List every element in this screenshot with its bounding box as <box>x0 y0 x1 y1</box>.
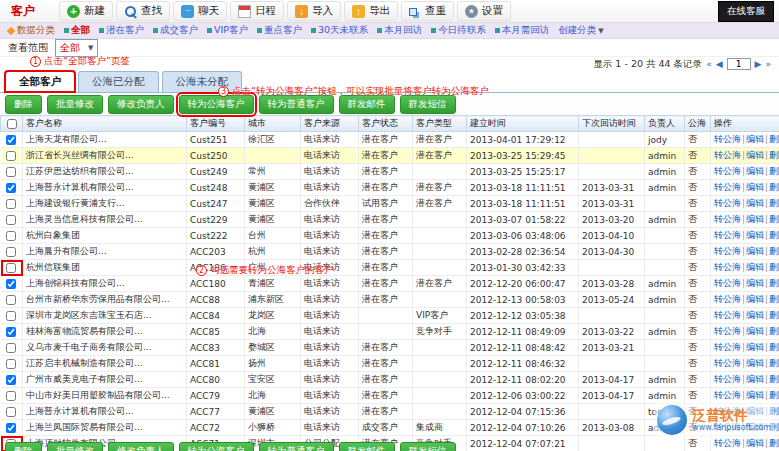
tab[interactable]: 公海已分配 <box>78 71 159 92</box>
customer-name-link[interactable]: 上海普永计算机有限公司... <box>23 180 187 196</box>
customer-name-link[interactable]: 中山市好美日用塑胶制品有限公司... <box>23 388 187 404</box>
op-delete-link[interactable]: 删除 <box>769 390 779 400</box>
export-button[interactable]: 导出 <box>344 1 398 21</box>
row-checkbox-cell[interactable] <box>1 244 23 260</box>
prev-page-button[interactable]: ◀ <box>716 60 723 69</box>
row-checkbox-cell[interactable] <box>1 340 23 356</box>
range-select[interactable]: 全部 ▼ <box>55 39 98 57</box>
customer-name-link[interactable]: 上海天龙有限公司... <box>23 132 187 148</box>
action-button[interactable]: 删除 <box>5 442 42 451</box>
row-checkbox[interactable] <box>6 343 16 353</box>
filter-link[interactable]: 潜在客户 <box>99 24 144 37</box>
customer-name-link[interactable]: 上海灵当信息科技有限公司... <box>23 212 187 228</box>
customer-name-link[interactable]: 台州市新桥华东劳保用品有限公司... <box>23 292 187 308</box>
customer-name-link[interactable]: 上海创锦科技有限公司... <box>23 276 187 292</box>
row-checkbox-cell[interactable] <box>1 356 23 372</box>
op-to-public-link[interactable]: 转公海 <box>714 358 741 368</box>
op-delete-link[interactable]: 删除 <box>769 358 779 368</box>
filter-link[interactable]: 本月需回访 <box>495 24 550 37</box>
row-checkbox-cell[interactable] <box>1 164 23 180</box>
row-checkbox[interactable] <box>6 423 16 433</box>
row-checkbox-cell[interactable] <box>1 372 23 388</box>
op-to-public-link[interactable]: 转公海 <box>714 150 741 160</box>
row-checkbox-cell[interactable] <box>1 388 23 404</box>
op-delete-link[interactable]: 删除 <box>769 342 779 352</box>
settings-button[interactable]: 设置 <box>457 1 511 21</box>
op-edit-link[interactable]: 编辑 <box>746 342 764 352</box>
op-edit-link[interactable]: 编辑 <box>746 182 764 192</box>
op-edit-link[interactable]: 编辑 <box>746 278 764 288</box>
op-delete-link[interactable]: 删除 <box>769 150 779 160</box>
op-delete-link[interactable]: 删除 <box>769 278 779 288</box>
op-edit-link[interactable]: 编辑 <box>746 150 764 160</box>
next-page-button[interactable]: ▶ <box>755 60 762 69</box>
action-button[interactable]: 群发邮件 <box>339 442 395 451</box>
customer-name-link[interactable]: 义乌市麦千电子商务有限公司... <box>23 340 187 356</box>
op-edit-link[interactable]: 编辑 <box>746 262 764 272</box>
row-checkbox-cell[interactable] <box>1 324 23 340</box>
filter-link[interactable]: 全部 <box>64 24 90 37</box>
row-checkbox[interactable] <box>6 199 16 209</box>
op-to-public-link[interactable]: 转公海 <box>714 294 741 304</box>
op-edit-link[interactable]: 编辑 <box>746 326 764 336</box>
op-to-public-link[interactable]: 转公海 <box>714 214 741 224</box>
row-checkbox-cell[interactable] <box>1 260 23 276</box>
row-checkbox[interactable] <box>6 135 16 145</box>
dupcheck-button[interactable]: 查重 <box>401 1 454 21</box>
action-button[interactable]: 转为普通客户 <box>259 442 334 451</box>
op-delete-link[interactable]: 删除 <box>769 198 779 208</box>
chat-button[interactable]: 聊天 <box>173 1 227 21</box>
op-to-public-link[interactable]: 转公海 <box>714 390 741 400</box>
filter-link[interactable]: 重点客户 <box>257 24 302 37</box>
row-checkbox[interactable] <box>6 295 16 305</box>
tab[interactable]: 全部客户 <box>5 71 75 92</box>
op-delete-link[interactable]: 删除 <box>769 134 779 144</box>
row-checkbox[interactable] <box>6 183 16 193</box>
action-button[interactable]: 批量修改 <box>47 95 103 114</box>
action-button[interactable]: 群发短信 <box>400 442 456 451</box>
row-checkbox[interactable] <box>6 407 16 417</box>
op-to-public-link[interactable]: 转公海 <box>714 310 741 320</box>
row-checkbox-cell[interactable] <box>1 292 23 308</box>
row-checkbox[interactable] <box>6 263 16 273</box>
find-button[interactable]: 查找 <box>116 1 170 21</box>
filter-link[interactable]: 成交客户 <box>153 24 198 37</box>
filter-link[interactable]: 本月回访 <box>377 24 422 37</box>
customer-name-link[interactable]: 上海普永计算机有限公司... <box>23 404 187 420</box>
op-delete-link[interactable]: 删除 <box>769 166 779 176</box>
row-checkbox-cell[interactable] <box>1 132 23 148</box>
page-input[interactable] <box>727 58 751 70</box>
customer-name-link[interactable]: 上海兰凤国际贸易有限公司... <box>23 420 187 436</box>
filter-link[interactable]: 30天未联系 <box>311 24 368 37</box>
op-to-public-link[interactable]: 转公海 <box>714 134 741 144</box>
op-edit-link[interactable]: 编辑 <box>746 374 764 384</box>
op-delete-link[interactable]: 删除 <box>769 326 779 336</box>
op-to-public-link[interactable]: 转公海 <box>714 246 741 256</box>
op-to-public-link[interactable]: 转公海 <box>714 278 741 288</box>
op-edit-link[interactable]: 编辑 <box>746 390 764 400</box>
op-to-public-link[interactable]: 转公海 <box>714 198 741 208</box>
row-checkbox-cell[interactable] <box>1 276 23 292</box>
op-edit-link[interactable]: 编辑 <box>746 358 764 368</box>
customer-name-link[interactable]: 桂林海富物流贸易有限公司... <box>23 324 187 340</box>
select-all-cell[interactable] <box>1 116 23 132</box>
row-checkbox[interactable] <box>6 359 16 369</box>
row-checkbox-cell[interactable] <box>1 148 23 164</box>
row-checkbox-cell[interactable] <box>1 180 23 196</box>
row-checkbox-cell[interactable] <box>1 308 23 324</box>
action-button[interactable]: 转为公海客户 <box>179 442 254 451</box>
op-to-public-link[interactable]: 转公海 <box>714 326 741 336</box>
op-delete-link[interactable]: 删除 <box>769 262 779 272</box>
action-button[interactable]: 删除 <box>5 95 42 114</box>
row-checkbox[interactable] <box>6 311 16 321</box>
online-service-button[interactable]: 在线客服 <box>718 1 774 22</box>
import-button[interactable]: 导入 <box>287 1 341 21</box>
op-edit-link[interactable]: 编辑 <box>746 198 764 208</box>
customer-name-link[interactable]: 杭州信联集团 <box>23 260 187 276</box>
row-checkbox[interactable] <box>6 151 16 161</box>
row-checkbox[interactable] <box>6 167 16 177</box>
op-edit-link[interactable]: 编辑 <box>746 310 764 320</box>
customer-name-link[interactable]: 深圳市龙岗区东吉珠宝玉石店... <box>23 308 187 324</box>
op-to-public-link[interactable]: 转公海 <box>714 262 741 272</box>
customer-name-link[interactable]: 上海晨升有限公司... <box>23 244 187 260</box>
